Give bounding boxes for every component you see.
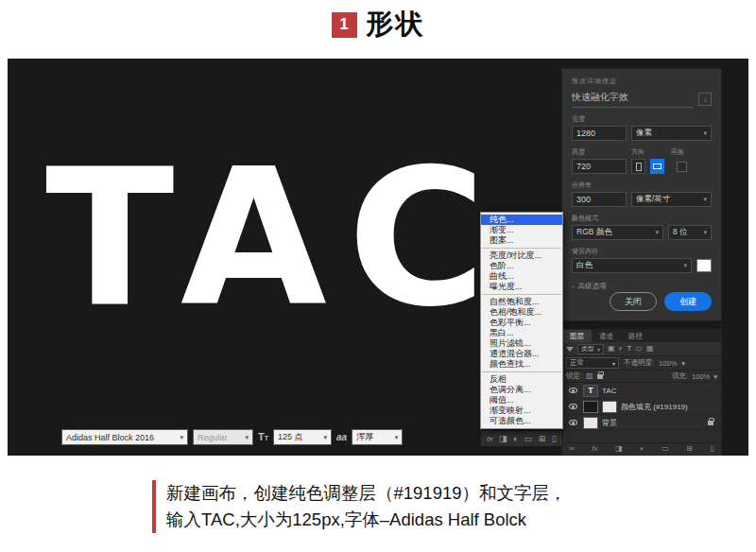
width-unit-select[interactable]: 像素 ▾ (631, 126, 712, 141)
menu-item-vibrance[interactable]: 自然饱和度... (481, 297, 562, 307)
blend-mode-select[interactable]: 正常 ▾ (566, 357, 619, 369)
link-layers-icon[interactable]: ∞ (569, 445, 575, 453)
font-style-select[interactable]: Regular ▾ (193, 429, 253, 445)
delete-layer-icon[interactable]: ▯ (552, 435, 557, 443)
menu-item-selective-color[interactable]: 可选颜色... (481, 416, 562, 426)
fill-label: 填充: (672, 371, 688, 381)
menu-item-color-balance[interactable]: 色彩平衡... (481, 318, 562, 328)
layer-row-color-fill[interactable]: 颜色填充 (#191919) (562, 399, 721, 415)
new-layer-icon[interactable]: ⊞ (686, 445, 693, 453)
filter-shape-layers-icon[interactable]: ▭ (635, 345, 643, 353)
menu-item-invert[interactable]: 反相 (481, 374, 562, 385)
menu-item-black-white[interactable]: 黑白... (481, 328, 562, 338)
advanced-options-toggle[interactable]: › 高级选项 (572, 282, 712, 291)
lock-transparent-icon[interactable]: ▨ (586, 372, 593, 380)
chevron-down-icon: ▾ (245, 434, 249, 441)
menu-item-channel-mixer[interactable]: 通道混合器... (481, 349, 562, 359)
resolution-unit-select[interactable]: 像素/英寸 ▾ (631, 192, 712, 207)
background-color-swatch[interactable] (696, 259, 712, 272)
background-contents-select[interactable]: 白色 ▾ (572, 258, 692, 273)
background-layer-thumbnail[interactable] (583, 417, 598, 429)
fill-value[interactable]: 100% (692, 372, 710, 381)
create-button[interactable]: 创建 (664, 292, 712, 311)
width-input[interactable]: 1280 (572, 126, 627, 141)
filter-pixel-layers-icon[interactable]: ▣ (608, 345, 615, 353)
tab-channels[interactable]: 通道 (592, 330, 621, 342)
font-size-select[interactable]: 125 点 ▾ (273, 429, 332, 445)
color-mode-select[interactable]: RGB 颜色 ▾ (572, 225, 663, 240)
menu-item-posterize[interactable]: 色调分离... (481, 385, 562, 395)
add-mask-icon[interactable]: ◨ (615, 445, 623, 453)
menu-item-hue-saturation[interactable]: 色相/饱和度... (481, 307, 562, 318)
font-family-select[interactable]: Adidas Half Block 2016 ▾ (61, 429, 188, 445)
filter-adjustment-layers-icon[interactable]: ◐ (619, 345, 624, 353)
background-lock-icon (708, 421, 713, 425)
panel-bottom-icon-strip: fx ◨ ◐ ▭ ⊞ ▯ (480, 430, 563, 447)
layer-effects-icon[interactable]: fx (487, 435, 492, 443)
adjustment-layer-icon[interactable]: ◐ (640, 445, 644, 453)
menu-item-photo-filter[interactable]: 照片滤镜... (481, 338, 562, 349)
filter-type-layers-icon[interactable]: T (627, 345, 631, 353)
artboard-checkbox[interactable] (677, 162, 687, 172)
menu-item-gradient-map[interactable]: 渐变映射... (481, 405, 562, 416)
document-name-input[interactable]: 快速融化字效 (572, 91, 693, 108)
font-size-icon: T T (258, 432, 268, 442)
section-header: 1 形状 (0, 6, 756, 43)
visibility-eye-icon[interactable] (566, 388, 579, 393)
new-layer-icon[interactable]: ⊞ (539, 435, 546, 443)
anti-alias-select[interactable]: 浑厚 ▾ (352, 429, 403, 445)
filter-type-select[interactable]: 类型 ▾ (577, 344, 604, 354)
opacity-value[interactable]: 100% (659, 359, 677, 368)
width-label: 宽度 (572, 114, 712, 124)
visibility-eye-icon[interactable] (566, 404, 579, 409)
layer-mask-icon[interactable]: ◨ (499, 435, 507, 443)
font-style-value: Regular (198, 433, 228, 442)
type-layer-thumbnail[interactable]: T (583, 385, 598, 397)
height-input[interactable]: 720 (572, 159, 627, 174)
menu-item-brightness-contrast[interactable]: 亮度/对比度... (481, 250, 562, 261)
tab-layers[interactable]: 图层 (562, 330, 592, 342)
menu-item-curves[interactable]: 曲线... (481, 271, 562, 282)
portrait-icon (636, 163, 642, 171)
layer-name[interactable]: TAC (602, 387, 616, 395)
chevron-down-icon: ▾ (703, 229, 707, 236)
tab-paths[interactable]: 路径 (621, 330, 650, 342)
section-title: 形状 (367, 6, 425, 43)
chevron-down-icon: ▾ (713, 372, 717, 381)
menu-item-levels[interactable]: 色阶... (481, 261, 562, 271)
layer-row-tac[interactable]: T TAC (562, 383, 721, 399)
menu-item-pattern[interactable]: 图案... (481, 235, 562, 246)
lock-all-icon[interactable] (597, 374, 603, 379)
menu-item-color-lookup[interactable]: 颜色查找... (481, 359, 562, 370)
resolution-input[interactable]: 300 (572, 192, 627, 207)
filter-smart-objects-icon[interactable]: ▦ (646, 345, 654, 353)
new-group-icon[interactable]: ▭ (662, 445, 669, 453)
orientation-landscape-button[interactable] (650, 159, 664, 174)
filter-funnel-icon (566, 347, 574, 352)
opacity-label: 不透明度: (624, 358, 654, 368)
new-group-icon[interactable]: ▭ (524, 435, 533, 443)
delete-layer-icon[interactable]: ▯ (711, 445, 714, 453)
close-button[interactable]: 关闭 (610, 292, 657, 311)
menu-item-gradient[interactable]: 渐变... (481, 225, 562, 235)
bit-depth-select[interactable]: 8 位 ▾ (668, 225, 712, 240)
orientation-portrait-button[interactable] (631, 159, 645, 174)
visibility-eye-icon[interactable] (566, 420, 579, 425)
menu-item-threshold[interactable]: 阈值... (481, 395, 562, 405)
canvas-artwork-text: TAC (45, 144, 507, 333)
layer-effects-icon[interactable]: fx (592, 445, 597, 453)
menu-item-exposure[interactable]: 曝光度... (481, 282, 562, 292)
preset-details-label: 预设详细信息 (572, 77, 712, 86)
color-mode-label: 颜色模式 (572, 214, 712, 223)
menu-item-solid-color[interactable]: 纯色... (481, 215, 562, 225)
save-preset-icon[interactable]: ↓ (698, 93, 712, 106)
layer-mask-thumbnail[interactable] (602, 401, 617, 413)
chevron-down-icon: ▾ (655, 229, 659, 236)
layer-name[interactable]: 背景 (602, 418, 617, 428)
fill-layer-thumbnail[interactable] (583, 401, 598, 413)
layer-row-background[interactable]: 背景 (562, 415, 721, 431)
layer-name[interactable]: 颜色填充 (#191919) (621, 402, 688, 412)
adjustment-layer-icon[interactable]: ◐ (513, 435, 518, 443)
background-contents-label: 背景内容 (572, 247, 712, 256)
resolution-label: 分辨率 (572, 181, 712, 190)
